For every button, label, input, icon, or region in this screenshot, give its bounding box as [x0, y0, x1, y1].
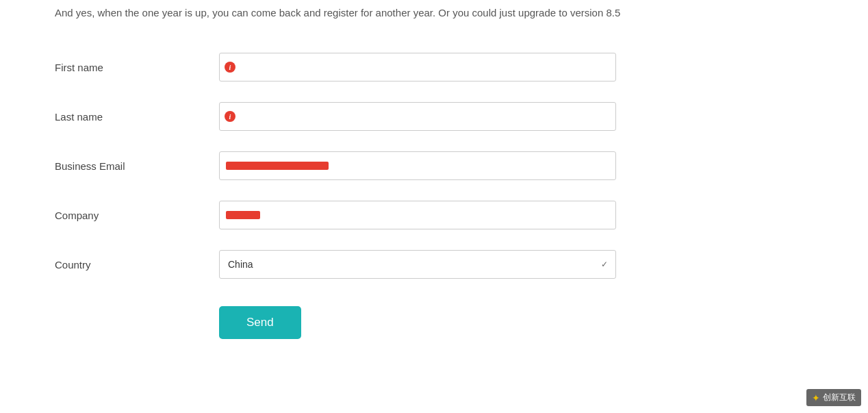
company-row: Company [55, 201, 813, 229]
last-name-row: Last name i [55, 102, 813, 131]
last-name-input[interactable] [219, 102, 616, 131]
company-field-wrapper [219, 201, 616, 229]
first-name-info-icon: i [225, 62, 235, 73]
country-row: Country China United States United Kingd… [55, 250, 813, 279]
country-field-wrapper: China United States United Kingdom Japan… [219, 250, 616, 279]
send-button-row: Send [55, 299, 813, 339]
company-redacted-bar [226, 211, 260, 219]
top-description: And yes, when the one year is up, you ca… [55, 0, 813, 39]
first-name-field-wrapper: i [219, 53, 616, 82]
last-name-field-wrapper: i [219, 102, 616, 131]
business-email-field-wrapper [219, 151, 616, 180]
company-label: Company [55, 210, 219, 221]
business-email-row: Business Email [55, 151, 813, 180]
registration-form: First name i Last name i Business Email [55, 39, 813, 339]
first-name-label: First name [55, 62, 219, 73]
send-button[interactable]: Send [219, 306, 301, 339]
first-name-row: First name i [55, 53, 813, 82]
country-label: Country [55, 259, 219, 271]
company-input[interactable] [219, 201, 616, 229]
last-name-label: Last name [55, 111, 219, 123]
country-select[interactable]: China United States United Kingdom Japan… [219, 250, 616, 279]
first-name-input[interactable] [219, 53, 616, 82]
email-redacted-bar [226, 162, 329, 170]
last-name-info-icon: i [225, 111, 235, 122]
business-email-label: Business Email [55, 160, 219, 172]
